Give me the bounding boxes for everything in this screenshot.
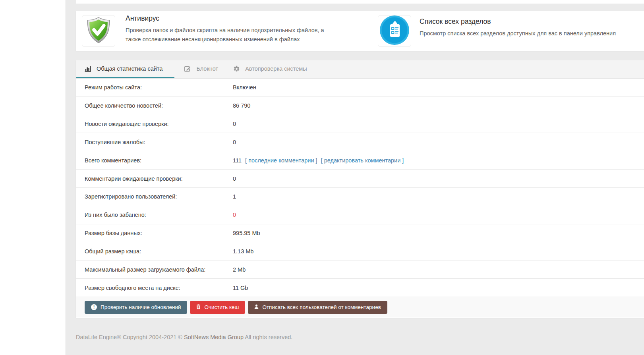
row-label: Новости ожидающие проверки:	[76, 121, 233, 127]
recent-comments-link[interactable]: [ последние комментарии ]	[245, 157, 317, 164]
antivirus-title: Антивирус	[126, 14, 340, 23]
statistics-table: Режим работы сайта: Включен Общее количе…	[76, 79, 644, 297]
bar-chart-icon	[85, 66, 91, 72]
tab-system-autocheck[interactable]: Автопроверка системы	[228, 60, 315, 78]
tab-label: Общая статистика сайта	[97, 66, 162, 72]
copyright-text: Copyright 2004-2021 ©	[123, 334, 182, 340]
row-value: 11 Gb	[233, 285, 644, 291]
table-row-max-upload: Максимальный размер загружаемого файла: …	[76, 260, 644, 279]
row-value: 1	[233, 193, 644, 200]
row-value: 1.13 Mb	[233, 248, 644, 255]
table-row-free-disk: Размер свободного места на диске: 11 Gb	[76, 279, 644, 297]
row-value: 0	[233, 121, 644, 127]
clipboard-list-icon	[379, 15, 410, 47]
edit-comments-link[interactable]: [ редактировать комментарии ]	[321, 157, 404, 164]
statistics-panel: Общая статистика сайта Блокнот	[76, 60, 644, 318]
row-value: 0	[233, 176, 644, 182]
sections-description: Просмотр списка всех разделов доступных …	[420, 29, 616, 38]
button-label: Отписать всех пользователей от комментар…	[262, 304, 381, 310]
tab-strip: Общая статистика сайта Блокнот	[76, 60, 644, 79]
admin-page: Антивирус Проверка папок и файлов скрипт…	[0, 0, 644, 355]
row-value: 86 790	[233, 102, 644, 109]
row-value: Включен	[233, 84, 644, 91]
row-label: Режим работы сайта:	[76, 84, 233, 91]
brand-name: DataLife Engine	[76, 334, 117, 340]
row-value: 0	[233, 139, 644, 145]
table-row-news-pending: Новости ожидающие проверки: 0	[76, 115, 644, 133]
table-row-comments-total: Всего комментариев: 111 [ последние комм…	[76, 151, 644, 170]
row-label: Общее количество новостей:	[76, 102, 233, 109]
company-link[interactable]: SoftNews Media Group	[184, 334, 244, 340]
antivirus-icon-box	[82, 15, 115, 47]
content-area: Антивирус Проверка папок и файлов скрипт…	[66, 0, 644, 355]
row-label: Общий размер кэша:	[76, 248, 233, 255]
button-label: Проверить наличие обновлений	[101, 304, 181, 310]
shield-check-icon	[86, 17, 111, 45]
panel-actions: ! Проверить наличие обновлений Очистить …	[76, 297, 644, 317]
sections-icon-box	[378, 15, 411, 47]
row-value: 2 Mb	[233, 266, 644, 273]
rights-text: All rights reserved.	[245, 334, 292, 340]
sections-title: Список всех разделов	[420, 17, 616, 26]
row-label: Размер базы данных:	[76, 230, 233, 236]
row-value-banned: 0	[233, 212, 644, 218]
row-label: Из них было забанено:	[76, 212, 233, 218]
antivirus-description: Проверка папок и файлов скрипта на налич…	[126, 26, 340, 44]
cropped-panel-edge	[76, 0, 644, 4]
trash-icon	[196, 304, 201, 311]
table-row-registered-users: Зарегистрировано пользователей: 1	[76, 188, 644, 206]
row-label: Комментарии ожидающие проверки:	[76, 176, 233, 182]
table-row-db-size: Размер базы данных: 995.95 Mb	[76, 224, 644, 243]
tab-label: Автопроверка системы	[245, 66, 307, 72]
comments-count: 111	[233, 157, 242, 164]
table-row-banned-users: Из них было забанено: 0	[76, 206, 644, 224]
row-value: 995.95 Mb	[233, 230, 644, 236]
tab-site-statistics[interactable]: Общая статистика сайта	[76, 60, 174, 78]
copyright-footer: DataLife Engine® Copyright 2004-2021 © S…	[76, 334, 292, 340]
all-sections-card[interactable]: Список всех разделов Просмотр списка все…	[372, 11, 644, 51]
table-row-site-mode: Режим работы сайта: Включен	[76, 79, 644, 97]
tab-notepad[interactable]: Блокнот	[174, 60, 228, 78]
check-updates-button[interactable]: ! Проверить наличие обновлений	[85, 301, 187, 314]
row-label: Размер свободного места на диске:	[76, 285, 233, 291]
tab-label: Блокнот	[196, 66, 218, 72]
notepad-edit-icon	[184, 65, 191, 72]
antivirus-card[interactable]: Антивирус Проверка папок и файлов скрипт…	[76, 11, 372, 51]
row-value: 111 [ последние комментарии ] [ редактир…	[233, 157, 644, 164]
clear-cache-button[interactable]: Очистить кеш	[190, 301, 245, 314]
table-row-cache-size: Общий размер кэша: 1.13 Mb	[76, 242, 644, 260]
unsubscribe-all-button[interactable]: Отписать всех пользователей от комментар…	[248, 301, 387, 314]
registered-mark: ®	[117, 334, 121, 340]
gear-icon	[233, 66, 240, 72]
row-label: Поступившие жалобы:	[76, 139, 233, 145]
feature-cards-panel: Антивирус Проверка папок и файлов скрипт…	[76, 11, 644, 51]
table-row-comments-pending: Комментарии ожидающие проверки: 0	[76, 170, 644, 188]
row-label: Зарегистрировано пользователей:	[76, 193, 233, 200]
table-row-news-total: Общее количество новостей: 86 790	[76, 97, 644, 115]
table-row-complaints: Поступившие жалобы: 0	[76, 133, 644, 151]
exclamation-circle-icon: !	[91, 304, 97, 310]
row-label: Максимальный размер загружаемого файла:	[76, 266, 233, 273]
button-label: Очистить кеш	[204, 304, 239, 310]
row-label: Всего комментариев:	[76, 157, 233, 164]
user-icon	[254, 304, 259, 311]
